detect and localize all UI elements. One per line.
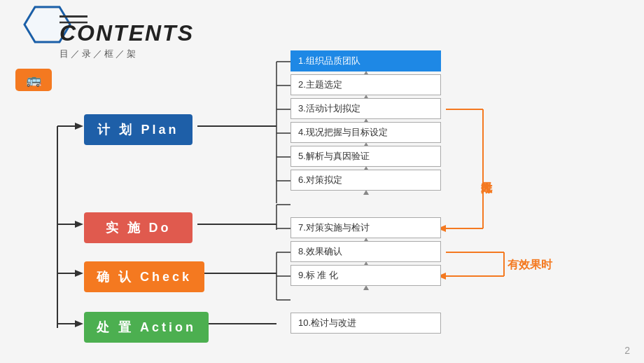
plan-item: 计 划 Plan — [84, 114, 192, 145]
item-5: 5.解析与真因验证 — [290, 146, 441, 167]
do-box: 实 施 Do — [84, 212, 192, 243]
svg-marker-51 — [363, 285, 369, 290]
item-9: 9.标 准 化 — [290, 265, 441, 286]
title-area: CONTENTS 目／录／框／架 — [59, 15, 194, 60]
main-page: 🚌 — [0, 0, 644, 363]
page-number: 2 — [624, 345, 630, 356]
svg-text:无效果时: 无效果时 — [480, 182, 493, 194]
page-title: CONTENTS — [59, 20, 194, 46]
title-line — [59, 15, 88, 18]
svg-marker-12 — [75, 221, 83, 228]
item-8: 8.效果确认 — [290, 241, 441, 262]
svg-marker-14 — [75, 320, 83, 327]
svg-marker-48 — [363, 190, 369, 195]
svg-marker-11 — [75, 123, 83, 130]
action-item: 处 置 Action — [84, 312, 209, 343]
item-1: 1.组织品质团队 — [290, 50, 441, 71]
item-2: 2.主题选定 — [290, 74, 441, 95]
do-item: 实 施 Do — [84, 212, 192, 243]
item-7: 7.对策实施与检讨 — [290, 217, 441, 238]
page-subtitle: 目／录／框／架 — [59, 48, 194, 60]
svg-text:🚌: 🚌 — [26, 72, 42, 88]
svg-marker-13 — [75, 270, 83, 277]
item-6: 6.对策拟定 — [290, 170, 441, 191]
plan-box: 计 划 Plan — [84, 114, 192, 145]
check-box: 确 认 Check — [84, 261, 204, 292]
item-4: 4.现况把握与目标设定 — [290, 122, 441, 143]
action-box: 处 置 Action — [84, 312, 209, 343]
svg-rect-4 — [15, 69, 52, 91]
item-3: 3.活动计划拟定 — [290, 98, 441, 119]
check-item: 确 认 Check — [84, 261, 204, 292]
item-10: 10.检讨与改进 — [290, 313, 441, 334]
svg-text:有效果时: 有效果时 — [507, 259, 553, 270]
